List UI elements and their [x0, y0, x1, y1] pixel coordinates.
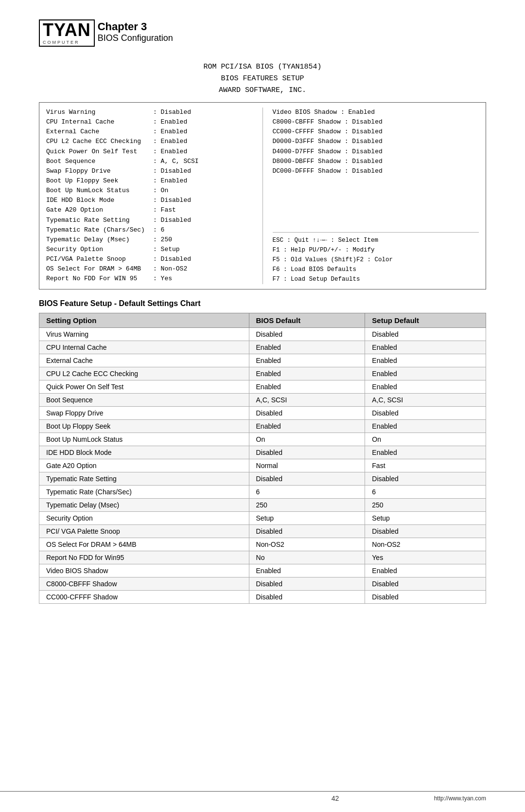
table-cell-setting: Swap Floppy Drive — [39, 406, 249, 419]
table-cell-setting: OS Select For DRAM > 64MB — [39, 538, 249, 551]
table-row: Report No FDD for Win95NoYes — [39, 551, 486, 564]
col-bios-default: BIOS Default — [249, 313, 365, 327]
bios-left-row: External Cache: Enabled — [46, 127, 253, 137]
table-cell-bios-default: Disabled — [249, 406, 365, 419]
bios-title-line3: AWARD SOFTWARE, INC. — [39, 85, 486, 96]
table-cell-setting: Boot Sequence — [39, 393, 249, 406]
bios-row-label: Typematic Rate Setting — [46, 216, 153, 225]
table-cell-setup-default: Enabled — [365, 380, 486, 393]
table-cell-setting: Typematic Delay (Msec) — [39, 498, 249, 511]
table-cell-setup-default: Disabled — [365, 524, 486, 538]
table-cell-bios-default: Disabled — [249, 446, 365, 459]
bios-row-value: : Disabled — [153, 108, 253, 117]
table-row: Video BIOS ShadowEnabledEnabled — [39, 564, 486, 577]
bios-row-value: : 6 — [153, 225, 253, 235]
table-cell-setup-default: Enabled — [365, 341, 486, 354]
table-cell-bios-default: Enabled — [249, 354, 365, 367]
bios-row-value: : Fast — [153, 205, 253, 215]
table-cell-setting: Boot Up NumLock Status — [39, 433, 249, 446]
bios-key-help: ESC : Quit ↑↓→← : Select ItemF1 : Help P… — [273, 232, 479, 284]
table-cell-setup-default: Enabled — [365, 564, 486, 577]
table-row: Virus WarningDisabledDisabled — [39, 327, 486, 341]
table-row: CC000-CFFFF ShadowDisabledDisabled — [39, 590, 486, 603]
bios-left-row: Quick Power On Self Test: Enabled — [46, 147, 253, 157]
bios-key-help-line: F6 : Load BIOS Defaults — [273, 265, 479, 274]
table-cell-setup-default: Disabled — [365, 327, 486, 341]
table-row: Security OptionSetupSetup — [39, 511, 486, 524]
table-cell-setting: Security Option — [39, 511, 249, 524]
bios-row-label: CPU Internal Cache — [46, 117, 153, 127]
col-setup-default: Setup Default — [365, 313, 486, 327]
bios-row-label: Boot Sequence — [46, 157, 153, 166]
bios-row-label: External Cache — [46, 127, 153, 137]
table-row: PCI/ VGA Palette SnoopDisabledDisabled — [39, 524, 486, 538]
bios-left-row: Boot Up Floppy Seek: Enabled — [46, 176, 253, 186]
logo-wrapper: TYAN COMPUTER — [39, 19, 95, 47]
bios-left-row: CPU L2 Cache ECC Checking: Enabled — [46, 137, 253, 146]
table-cell-setup-default: On — [365, 433, 486, 446]
bios-row-value: : Enabled — [153, 137, 253, 146]
table-cell-bios-default: Enabled — [249, 367, 365, 380]
table-cell-bios-default: Disabled — [249, 590, 365, 603]
table-cell-setting: Video BIOS Shadow — [39, 564, 249, 577]
table-cell-setup-default: Disabled — [365, 590, 486, 603]
bios-row-label: Report No FDD For WIN 95 — [46, 274, 153, 284]
table-row: Quick Power On Self TestEnabledEnabled — [39, 380, 486, 393]
bios-row-label: CPU L2 Cache ECC Checking — [46, 137, 153, 146]
table-row: Typematic Rate SettingDisabledDisabled — [39, 472, 486, 485]
bios-row-label: Typematic Rate (Chars/Sec) — [46, 225, 153, 235]
bios-title-line2: BIOS FEATURES SETUP — [39, 73, 486, 85]
table-cell-setting: CPU L2 Cache ECC Checking — [39, 367, 249, 380]
bios-row-label: Quick Power On Self Test — [46, 147, 153, 157]
table-cell-setup-default: Enabled — [365, 446, 486, 459]
page-number: 42 — [236, 794, 434, 802]
table-cell-setup-default: Enabled — [365, 367, 486, 380]
table-cell-setting: Quick Power On Self Test — [39, 380, 249, 393]
table-cell-bios-default: No — [249, 551, 365, 564]
logo-block: TYAN COMPUTER — [43, 21, 91, 45]
table-cell-bios-default: 250 — [249, 498, 365, 511]
table-cell-bios-default: Disabled — [249, 327, 365, 341]
table-cell-setup-default: Enabled — [365, 419, 486, 433]
table-row: Gate A20 OptionNormalFast — [39, 459, 486, 472]
table-cell-bios-default: Non-OS2 — [249, 538, 365, 551]
table-cell-bios-default: Setup — [249, 511, 365, 524]
table-cell-setting: Typematic Rate (Chars/Sec) — [39, 485, 249, 498]
bios-row-label: Gate A20 Option — [46, 205, 153, 215]
bios-row-value: : Disabled — [153, 196, 253, 205]
table-cell-setup-default: Disabled — [365, 577, 486, 590]
bios-box: Virus Warning: DisabledCPU Internal Cach… — [39, 102, 486, 289]
computer-text: COMPUTER — [43, 40, 80, 45]
bios-row-value: : Enabled — [153, 117, 253, 127]
table-cell-setup-default: Disabled — [365, 406, 486, 419]
table-row: Boot SequenceA,C, SCSIA,C, SCSI — [39, 393, 486, 406]
bios-right-panel: Video BIOS Shadow : EnabledC8000-CBFFF S… — [263, 108, 479, 284]
page-container: TYAN COMPUTER Chapter 3 BIOS Configurati… — [0, 0, 525, 812]
bios-left-row: Virus Warning: Disabled — [46, 108, 253, 117]
table-cell-setting: External Cache — [39, 354, 249, 367]
table-row: Typematic Rate (Chars/Sec)66 — [39, 485, 486, 498]
bios-right-row: D4000-D7FFF Shadow : Disabled — [273, 147, 479, 157]
bios-left-row: CPU Internal Cache: Enabled — [46, 117, 253, 127]
chapter-info: Chapter 3 BIOS Configuration — [98, 20, 173, 43]
bios-title-line1: ROM PCI/ISA BIOS (TYAN1854) — [39, 61, 486, 73]
table-cell-bios-default: Disabled — [249, 472, 365, 485]
table-cell-bios-default: Disabled — [249, 577, 365, 590]
table-cell-setting: Report No FDD for Win95 — [39, 551, 249, 564]
bios-row-label: Typematic Delay (Msec) — [46, 235, 153, 245]
chapter-subtitle: BIOS Configuration — [98, 33, 173, 43]
bios-left-row: OS Select For DRAM > 64MB: Non-OS2 — [46, 264, 253, 274]
table-cell-setup-default: 250 — [365, 498, 486, 511]
bios-key-help-line: ESC : Quit ↑↓→← : Select Item — [273, 235, 479, 245]
bios-key-help-line: F7 : Load Setup Defaults — [273, 274, 479, 284]
bios-right-row: C8000-CBFFF Shadow : Disabled — [273, 117, 479, 127]
table-cell-bios-default: Enabled — [249, 341, 365, 354]
table-row: C8000-CBFFF ShadowDisabledDisabled — [39, 577, 486, 590]
table-cell-bios-default: On — [249, 433, 365, 446]
table-cell-setting: PCI/ VGA Palette Snoop — [39, 524, 249, 538]
table-cell-setup-default: 6 — [365, 485, 486, 498]
bios-left-row: IDE HDD Block Mode: Disabled — [46, 196, 253, 205]
bios-key-help-line: F1 : Help PU/PD/+/- : Modify — [273, 245, 479, 255]
bios-row-label: Swap Floppy Drive — [46, 166, 153, 176]
table-heading: BIOS Feature Setup - Default Settings Ch… — [39, 299, 486, 308]
